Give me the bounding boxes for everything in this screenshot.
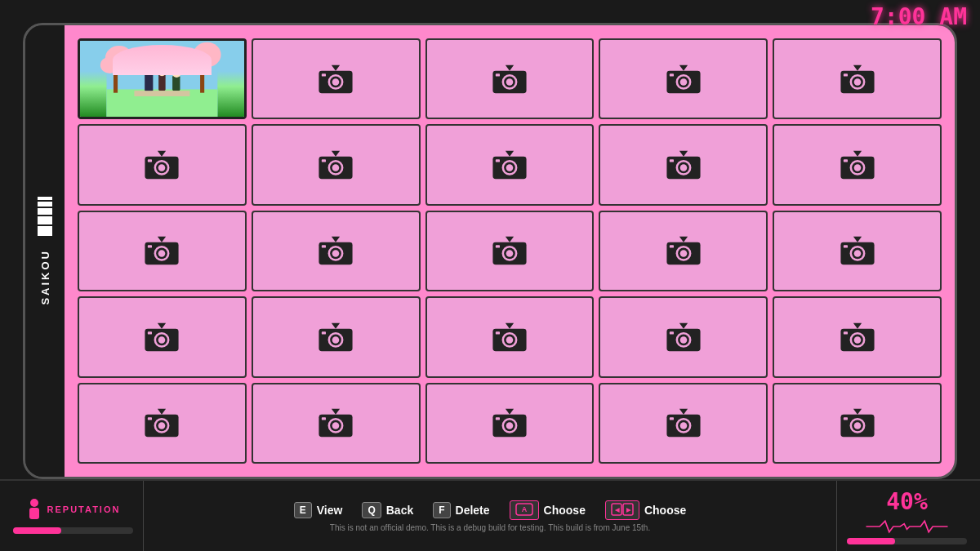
- photo-cell-25[interactable]: [773, 383, 942, 464]
- heartbeat-line: [847, 518, 967, 535]
- back-control[interactable]: Q Back: [362, 502, 413, 518]
- svg-point-135: [853, 422, 861, 429]
- svg-rect-2: [114, 61, 118, 92]
- device-container: SAIKOU: [23, 23, 957, 479]
- photo-cell-16[interactable]: [78, 296, 247, 377]
- svg-point-115: [158, 422, 166, 429]
- photo-cell-17[interactable]: [252, 296, 421, 377]
- health-display: 40%: [886, 488, 928, 515]
- controls-row-1: E View Q Back F Delete A: [294, 500, 687, 520]
- reputation-area: REPUTATION: [13, 481, 144, 551]
- svg-rect-121: [322, 417, 326, 420]
- svg-rect-81: [670, 246, 674, 248]
- svg-point-105: [679, 336, 687, 344]
- camera-icon: [838, 321, 877, 353]
- camera-icon: [490, 407, 529, 439]
- svg-rect-66: [148, 246, 152, 248]
- signal-bar-2: [38, 202, 52, 207]
- svg-rect-16: [134, 91, 189, 96]
- photo-cell-23[interactable]: [425, 383, 595, 464]
- svg-point-13: [158, 68, 166, 76]
- controller-b-icon: ◀ ▶: [611, 503, 634, 516]
- camera-icon: [490, 149, 529, 181]
- svg-point-85: [853, 251, 861, 258]
- photo-cell-6[interactable]: [78, 124, 247, 205]
- svg-point-125: [506, 422, 514, 429]
- svg-rect-14: [172, 75, 180, 91]
- main-area: [65, 25, 955, 477]
- svg-rect-12: [158, 74, 165, 91]
- photo-cell-11[interactable]: [78, 211, 247, 291]
- svg-point-90: [158, 336, 166, 344]
- camera-icon: [316, 407, 355, 439]
- svg-point-120: [332, 422, 340, 429]
- svg-point-15: [172, 69, 180, 78]
- svg-point-30: [679, 78, 687, 86]
- camera-icon: [838, 234, 877, 267]
- view-control[interactable]: E View: [294, 502, 343, 518]
- camera-icon: [142, 407, 181, 439]
- choose-b-control[interactable]: ◀ ▶ Choose: [605, 500, 686, 520]
- sidebar: SAIKOU: [25, 25, 65, 477]
- camera-icon: [838, 407, 877, 439]
- camera-icon: [664, 234, 703, 267]
- choose-a-key-badge: A: [510, 500, 539, 520]
- svg-point-70: [332, 251, 340, 258]
- svg-point-130: [679, 422, 687, 429]
- bottom-toolbar: REPUTATION E View Q Back F Delete: [0, 479, 980, 551]
- svg-rect-138: [29, 508, 39, 519]
- svg-rect-86: [843, 246, 847, 248]
- camera-icon: [838, 149, 877, 181]
- svg-point-25: [506, 78, 514, 86]
- svg-rect-46: [322, 159, 326, 162]
- camera-icon: [316, 149, 355, 181]
- svg-point-137: [30, 499, 38, 507]
- svg-point-11: [144, 65, 154, 75]
- photo-cell-1[interactable]: [78, 38, 247, 119]
- svg-point-65: [158, 251, 166, 258]
- photo-cell-4[interactable]: [599, 38, 768, 119]
- svg-rect-101: [496, 331, 500, 334]
- photo-cell-15[interactable]: [773, 211, 942, 291]
- photo-cell-18[interactable]: [425, 296, 595, 377]
- photo-cell-5[interactable]: [773, 38, 942, 119]
- svg-point-8: [167, 53, 172, 57]
- svg-rect-51: [496, 159, 500, 162]
- back-key-badge: Q: [362, 502, 381, 518]
- choose-a-label: Choose: [544, 504, 586, 517]
- svg-text:A: A: [521, 505, 527, 513]
- svg-rect-76: [496, 246, 500, 248]
- photo-cell-24[interactable]: [599, 383, 768, 464]
- camera-icon: [316, 234, 355, 267]
- photo-cell-9[interactable]: [599, 124, 768, 205]
- photo-cell-2[interactable]: [252, 38, 421, 119]
- photo-cell-13[interactable]: [425, 211, 595, 291]
- photo-cell-19[interactable]: [599, 296, 768, 377]
- svg-text:▶: ▶: [626, 507, 630, 513]
- reputation-bar-fill: [13, 527, 61, 534]
- svg-rect-41: [148, 159, 152, 162]
- photo-cell-10[interactable]: [773, 124, 942, 205]
- photo-cell-14[interactable]: [599, 211, 768, 291]
- svg-rect-131: [670, 417, 674, 420]
- camera-icon: [316, 321, 355, 353]
- choose-a-control[interactable]: A Choose: [510, 500, 586, 520]
- signal-bar-1: [38, 197, 52, 200]
- photo-cell-22[interactable]: [252, 383, 421, 464]
- delete-key-badge: F: [433, 502, 450, 518]
- photo-cell-8[interactable]: [425, 124, 595, 205]
- svg-point-55: [679, 164, 687, 171]
- photo-cell-3[interactable]: [425, 38, 595, 119]
- photo-cell-7[interactable]: [252, 124, 421, 205]
- svg-rect-56: [670, 159, 674, 162]
- photo-cell-12[interactable]: [252, 211, 421, 291]
- svg-point-75: [506, 251, 514, 258]
- delete-control[interactable]: F Delete: [433, 502, 489, 518]
- photo-cell-21[interactable]: [78, 383, 247, 464]
- photo-cell-20[interactable]: [773, 296, 942, 377]
- choose-b-key-badge: ◀ ▶: [605, 500, 639, 520]
- camera-icon: [490, 234, 529, 267]
- character-icon: [26, 498, 42, 521]
- svg-rect-126: [496, 417, 500, 420]
- camera-icon: [142, 149, 181, 181]
